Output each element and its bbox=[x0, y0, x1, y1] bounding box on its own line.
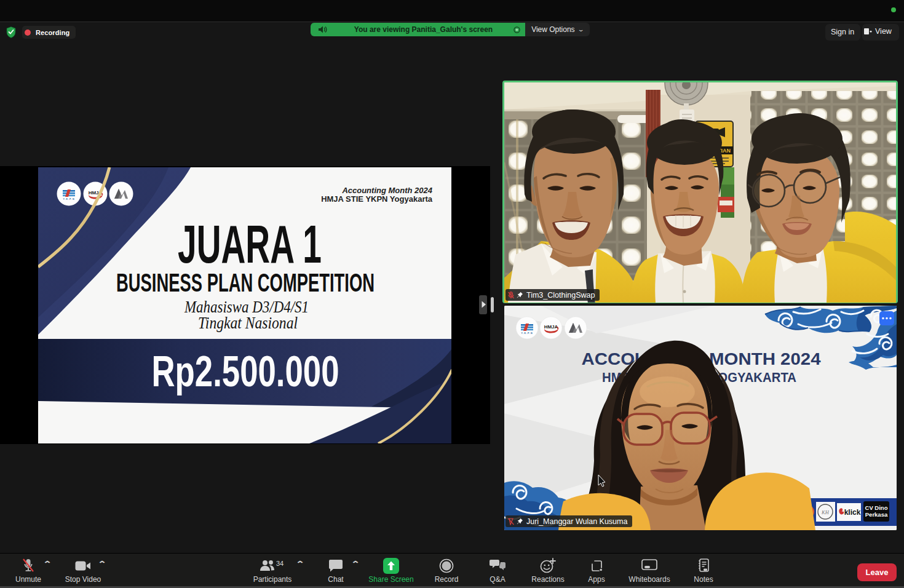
svg-text:Tingkat Nasional: Tingkat Nasional bbox=[198, 313, 298, 332]
svg-text:JUARA 1: JUARA 1 bbox=[178, 214, 322, 274]
svg-text:Accounting Month 2024: Accounting Month 2024 bbox=[341, 186, 432, 195]
svg-text:HMJA STIE YKPN Yogyakarta: HMJA STIE YKPN Yogyakarta bbox=[321, 194, 433, 204]
svg-text:CV Dino: CV Dino bbox=[865, 504, 888, 511]
svg-text:BUSINESS PLAN COMPETITION: BUSINESS PLAN COMPETITION bbox=[116, 268, 375, 297]
svg-text:Y.K.P.N: Y.K.P.N bbox=[521, 332, 533, 335]
svg-text:Y.K.P.N: Y.K.P.N bbox=[63, 198, 74, 201]
svg-text:Perkasa: Perkasa bbox=[865, 511, 888, 518]
svg-text:KH: KH bbox=[821, 509, 830, 515]
svg-text:HMJA: HMJA bbox=[544, 324, 558, 330]
svg-text:Rp2.500.000: Rp2.500.000 bbox=[152, 347, 339, 395]
svg-text:34: 34 bbox=[276, 560, 283, 567]
svg-text:klick: klick bbox=[844, 508, 861, 517]
